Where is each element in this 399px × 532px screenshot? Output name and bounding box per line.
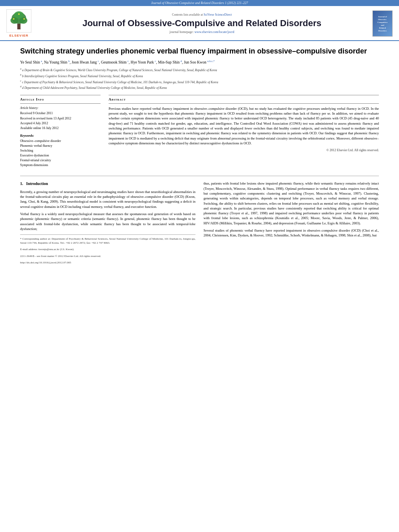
article-info-heading: Article Info [20, 95, 101, 104]
abstract-text: Previous studies have reported verbal fl… [109, 106, 379, 146]
intro-para-2: Verbal fluency is a widely used neuropsy… [20, 212, 195, 231]
svg-point-6 [13, 18, 14, 20]
affiliation-b: b b Interdisciplinary Cognitive Science … [20, 73, 379, 78]
article-history: Article history: Received 9 October 2011… [20, 106, 101, 130]
journal-citation: Journal of Obsessive-Compulsive and Rela… [151, 1, 248, 5]
elsevier-logo: ELSEVIER [6, 9, 31, 38]
cover-text: Journal ofObsessive-CompulsiveandRelated… [376, 14, 388, 33]
journal-top-bar: Journal of Obsessive-Compulsive and Rela… [0, 0, 399, 6]
svg-point-8 [18, 13, 20, 15]
keyword-3: Switching [20, 148, 101, 153]
section-title-text: Introduction [26, 181, 48, 186]
svg-point-7 [23, 18, 25, 20]
affiliation-a: a a Department of Brain & Cognitive Scie… [20, 67, 379, 72]
body-col-right: thus, patients with frontal lobe lesions… [204, 181, 379, 267]
sciverse-link[interactable]: SciVerse ScienceDirect [204, 13, 232, 16]
journal-name: Journal of Obsessive-Compulsive and Rela… [35, 18, 368, 29]
intro-para-1: Recently, a growing number of neuropsych… [20, 189, 195, 209]
keywords-list: Obsessive–compulsive disorder Phonemic v… [20, 139, 101, 168]
intro-col2-para1: thus, patients with frontal lobe lesions… [204, 181, 379, 226]
issn-line1: 2211-3649/$ - see front matter © 2012 El… [20, 254, 195, 259]
copyright-line: © 2012 Elsevier Ltd. All rights reserved… [109, 148, 379, 152]
available-date: Available online 16 July 2012 [20, 126, 101, 130]
affiliation-c: c c Department of Psychiatry & Behaviora… [20, 79, 379, 84]
article-title: Switching strategy underlies phonemic ve… [20, 47, 379, 56]
main-content: Switching strategy underlies phonemic ve… [0, 41, 399, 275]
keyword-5: Frontal-striatal circuitry [20, 158, 101, 163]
svg-rect-4 [17, 24, 21, 29]
body-section: 1. Introduction Recently, a growing numb… [20, 181, 379, 267]
authors-line: Ye Seul Shin a, Na Young Shin b, Joon Hw… [20, 60, 379, 65]
issn-section: 2211-3649/$ - see front matter © 2012 El… [20, 254, 195, 265]
keyword-6: Symptom dimensions [20, 163, 101, 168]
journal-cover-thumbnail: Journal ofObsessive-CompulsiveandRelated… [372, 10, 393, 37]
keyword-2: Phonemic verbal fluency [20, 144, 101, 148]
article-info-panel: Article Info Article history: Received 9… [20, 95, 101, 171]
section-divider [20, 176, 379, 176]
footnote-section: * Corresponding author at: Department of… [20, 234, 195, 251]
accepted-date: Accepted 4 July 2012 [20, 121, 101, 125]
footnote-email: E-mail address: kwonjs@snu.ac.kr (J.S. K… [20, 248, 195, 252]
abstract-heading: Abstract [109, 95, 379, 104]
elsevier-text: ELSEVIER [9, 33, 29, 38]
revised-date: Received in revised form 13 April 2012 [20, 116, 101, 121]
journal-header: ELSEVIER Contents lists available at Sci… [0, 6, 399, 41]
info-abstract-section: Article Info Article history: Received 9… [20, 95, 379, 171]
keywords-label: Keywords: [20, 134, 101, 138]
affiliation-d: d d Department of Child-Adolescent Psych… [20, 84, 379, 90]
issn-line2: http://dx.doi.org/10.1016/j.jocrd.2012.0… [20, 261, 195, 265]
body-col-left: 1. Introduction Recently, a growing numb… [20, 181, 195, 267]
keywords-block: Keywords: Obsessive–compulsive disorder … [20, 134, 101, 168]
section-number: 1. [20, 181, 23, 186]
sciverse-line: Contents lists available at SciVerse Sci… [35, 13, 368, 17]
abstract-panel: Abstract Previous studies have reported … [109, 95, 379, 171]
keyword-1: Obsessive–compulsive disorder [20, 139, 101, 144]
journal-title-block: Contents lists available at SciVerse Sci… [35, 13, 368, 34]
intro-col2-para2: Several studies of phonemic verbal fluen… [204, 228, 379, 238]
history-label: Article history: [20, 106, 101, 111]
footnote-corresponding: * Corresponding author at: Department of… [20, 237, 195, 245]
elsevier-tree-icon [6, 9, 31, 33]
received-date: Received 9 October 2011 [20, 111, 101, 115]
journal-homepage: journal homepage: www.elsevier.com/locat… [35, 30, 368, 34]
intro-heading: 1. Introduction [20, 181, 195, 187]
keyword-4: Executive dysfunction [20, 153, 101, 158]
affiliations: a a Department of Brain & Cognitive Scie… [20, 67, 379, 90]
homepage-url[interactable]: www.elsevier.com/locate/jocrd [194, 30, 234, 34]
